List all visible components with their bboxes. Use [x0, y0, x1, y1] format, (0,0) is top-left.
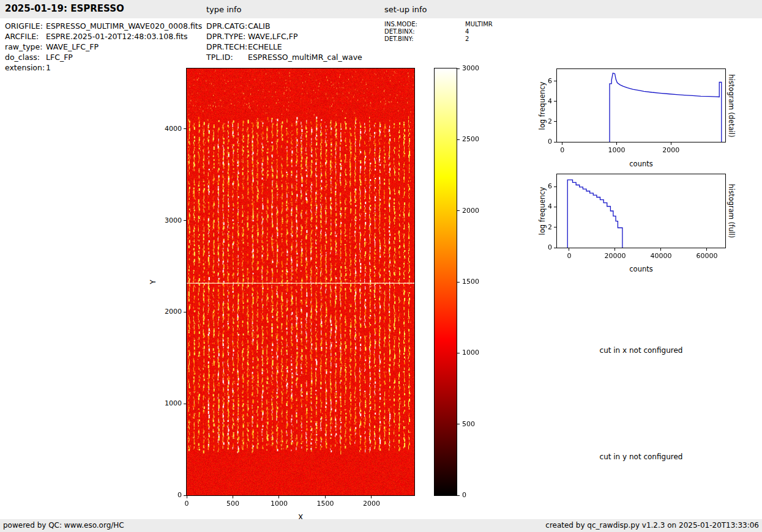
meta-label: ORIGFILE:: [5, 21, 43, 31]
histogram-detail-canvas: [557, 69, 725, 142]
type-info-heading: type info: [206, 5, 242, 14]
hist-detail-xlabel: counts: [557, 160, 725, 168]
tick-mark: [184, 404, 186, 404]
tick-mark: [184, 495, 186, 496]
raw-image-frame: [186, 68, 415, 496]
meta-value: 1: [46, 63, 51, 72]
colorbar-gradient: [435, 68, 457, 495]
tick-label: 0: [544, 146, 581, 154]
tick-label: 1000: [148, 399, 182, 407]
tick-label: 1000: [599, 146, 635, 154]
tick-label: 4: [518, 97, 552, 105]
tick-mark: [457, 495, 460, 496]
tick-label: 500: [462, 420, 493, 428]
histogram-detail-frame: [556, 68, 726, 142]
tick-mark: [457, 210, 460, 211]
tick-mark: [562, 142, 562, 145]
tick-mark: [325, 496, 326, 498]
cut-y-note: cut in y not configured: [557, 453, 725, 461]
tick-mark: [278, 496, 279, 498]
tick-mark: [614, 248, 615, 251]
hist-full-title: histogram (full): [727, 171, 736, 251]
tick-mark: [706, 248, 707, 251]
tick-mark: [671, 142, 671, 145]
tick-label: 3000: [148, 216, 182, 224]
tick-label: 2000: [652, 146, 689, 154]
page-title: 2025-01-19: ESPRESSO: [5, 3, 124, 14]
tick-label: 1500: [307, 500, 343, 508]
tick-mark: [554, 187, 556, 187]
tick-label: 1500: [462, 278, 493, 286]
tick-mark: [616, 142, 617, 145]
tick-mark: [371, 496, 372, 498]
meta-value: WAVE_LFC_FP: [46, 42, 99, 51]
tick-label: 2000: [353, 500, 390, 508]
meta-value: WAVE,LFC,FP: [248, 32, 297, 41]
histogram-full-canvas: [557, 174, 725, 248]
footer-credit-right: created by qc_rawdisp.py v1.2.3 on 2025-…: [545, 521, 759, 530]
histogram-full-frame: [556, 174, 726, 248]
tick-label: 2000: [148, 308, 182, 316]
meta-value: MULTIMR: [465, 21, 493, 28]
tick-label: 2: [518, 117, 552, 125]
tick-mark: [233, 496, 233, 498]
tick-label: 0: [462, 491, 493, 499]
meta-label: do_class:: [5, 53, 40, 62]
tick-label: 4000: [148, 125, 182, 133]
meta-label: raw_type:: [5, 42, 42, 51]
tick-label: 3000: [462, 64, 493, 72]
meta-value: ESPRE.2025-01-20T12:48:03.108.fits: [46, 32, 187, 41]
tick-label: 6: [518, 182, 552, 190]
tick-mark: [457, 139, 460, 140]
tick-mark: [554, 121, 556, 122]
setup-info-heading: set-up info: [384, 5, 427, 14]
meta-label: extension:: [5, 63, 45, 72]
tick-mark: [184, 128, 186, 129]
tick-label: 2000: [462, 207, 493, 215]
cut-x-note: cut in x not configured: [557, 346, 725, 355]
tick-label: 0: [551, 252, 588, 260]
meta-value: ECHELLE: [248, 42, 282, 51]
tick-mark: [554, 142, 556, 142]
hist-detail-title: histogram (detail): [727, 66, 736, 146]
meta-label: DET.BINX:: [384, 28, 415, 35]
y-axis-label: Y: [149, 270, 157, 294]
tick-mark: [660, 248, 661, 251]
raw-image-canvas: [187, 68, 414, 495]
tick-label: 2500: [462, 135, 493, 143]
meta-label: TPL.ID:: [206, 53, 233, 62]
header-bar: 2025-01-19: ESPRESSO type info set-up in…: [0, 0, 762, 18]
meta-label: DPR.CATG:: [206, 21, 247, 31]
tick-mark: [184, 220, 186, 221]
tick-mark: [184, 312, 186, 312]
tick-mark: [554, 101, 556, 102]
meta-value: ESPRESSO_MULTIMR_WAVE020_0008.fits: [46, 21, 202, 31]
tick-label: 1000: [261, 500, 297, 508]
meta-label: ARCFILE:: [5, 32, 39, 41]
tick-label: 20000: [597, 252, 633, 260]
meta-label: INS.MODE:: [384, 21, 417, 28]
meta-value: 2: [465, 35, 469, 43]
tick-label: 40000: [643, 252, 679, 260]
tick-label: 4: [518, 202, 552, 210]
tick-mark: [554, 248, 556, 248]
footer-credit-left: powered by QC: www.eso.org/HC: [3, 521, 124, 530]
tick-label: 0: [168, 500, 205, 508]
meta-label: DPR.TYPE:: [206, 32, 245, 41]
tick-mark: [187, 496, 187, 498]
tick-label: 60000: [689, 252, 725, 260]
tick-label: 0: [148, 491, 182, 499]
tick-label: 0: [518, 243, 552, 251]
hist-full-xlabel: counts: [557, 265, 725, 273]
meta-label: DET.BINY:: [384, 35, 414, 43]
tick-mark: [554, 207, 556, 207]
tick-label: 2: [518, 223, 552, 231]
tick-label: 0: [518, 138, 552, 146]
qc-report-page: 2025-01-19: ESPRESSO type info set-up in…: [0, 0, 762, 532]
footer-bar: powered by QC: www.eso.org/HC created by…: [0, 519, 762, 532]
tick-mark: [554, 227, 556, 227]
tick-mark: [569, 248, 569, 251]
tick-label: 1000: [462, 349, 493, 357]
meta-value: 4: [465, 28, 469, 35]
tick-label: 6: [518, 77, 552, 85]
